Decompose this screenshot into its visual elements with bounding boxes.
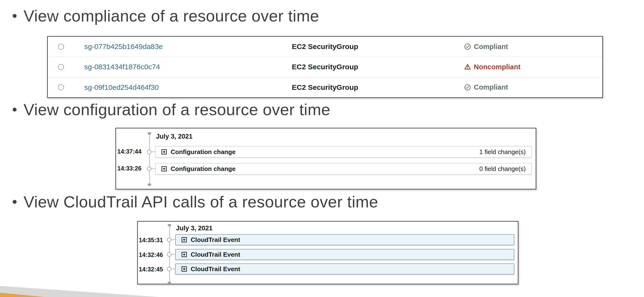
timeline-date: July 3, 2021 [156,133,192,140]
configuration-change-event[interactable]: Configuration change 1 field change(s) [155,146,532,158]
event-time: 14:33:26 [117,165,140,172]
bullet-icon: • [12,192,18,211]
timeline-connector [172,268,175,269]
resource-id-link[interactable]: sg-09f10ed254d464f30 [84,83,292,92]
compliance-table: sg-077b425b1649da83e EC2 SecurityGroup C… [47,36,603,98]
bullet-icon: • [12,6,18,25]
timeline-node-icon [167,267,172,271]
event-label: CloudTrail Event [191,236,240,244]
timeline-date: July 3, 2021 [176,224,213,232]
cloudtrail-event[interactable]: CloudTrail Event [175,234,514,245]
status-badge: Compliant [464,43,508,51]
status-badge: Noncompliant [464,63,520,71]
title-text: View compliance of a resource over time [24,6,319,25]
event-detail: 0 field change(s) [480,165,526,173]
title-text: View CloudTrail API calls of a resource … [24,192,378,211]
plus-square-icon [181,252,187,258]
cloudtrail-event[interactable]: CloudTrail Event [175,264,514,274]
timeline-connector [151,168,155,169]
slide: • View compliance of a resource over tim… [0,0,644,297]
event-time: 14:32:45 [139,266,162,273]
timeline-endpoint-icon [148,184,151,186]
configuration-timeline: July 3, 2021 14:37:44 Configuration chan… [116,128,536,190]
timeline-endpoint-icon [168,224,171,226]
event-time: 14:35:31 [139,237,162,244]
bullet-title-compliance: • View compliance of a resource over tim… [12,6,319,25]
resource-id-link[interactable]: sg-0831434f1876c0c74 [84,63,292,71]
table-row: sg-077b425b1649da83e EC2 SecurityGroup C… [48,37,602,56]
bullet-title-cloudtrail: • View CloudTrail API calls of a resourc… [12,192,378,211]
table-row: sg-0831434f1876c0c74 EC2 SecurityGroup N… [48,56,602,77]
bullet-title-configuration: • View configuration of a resource over … [12,100,330,119]
radio-icon[interactable] [58,44,64,50]
check-circle-icon [464,43,471,50]
event-detail: 1 field change(s) [480,148,526,156]
plus-square-icon [161,149,167,155]
timeline-connector [172,254,175,255]
plus-square-icon [161,166,167,172]
bullet-icon: • [12,100,18,119]
event-label: CloudTrail Event [191,265,240,273]
timeline-connector [172,239,175,240]
timeline-connector [151,152,155,152]
resource-type-label: EC2 SecurityGroup [292,42,464,51]
plus-square-icon [181,266,187,272]
resource-id-link[interactable]: sg-077b425b1649da83e [84,42,292,51]
timeline-line [149,133,150,186]
check-circle-icon [464,84,471,91]
event-time: 14:37:44 [117,148,140,155]
event-time: 14:32:46 [139,251,162,258]
timeline-endpoint-icon [148,132,151,134]
cloudtrail-timeline: July 3, 2021 14:35:31 CloudTrail Event 1… [137,221,518,284]
timeline-node-icon [167,238,172,242]
resource-type-label: EC2 SecurityGroup [292,83,464,92]
radio-icon[interactable] [58,64,64,70]
cloudtrail-event[interactable]: CloudTrail Event [175,249,514,260]
timeline-node-icon [147,166,151,171]
status-badge: Compliant [464,83,508,91]
radio-icon[interactable] [58,84,64,90]
timeline-node-icon [147,150,151,154]
title-text: View configuration of a resource over ti… [24,100,330,119]
timeline-node-icon [167,252,172,257]
resource-type-label: EC2 SecurityGroup [292,63,464,71]
configuration-change-event[interactable]: Configuration change 0 field change(s) [155,163,532,174]
event-label: Configuration change [171,165,236,173]
plus-square-icon [181,237,187,243]
warning-triangle-icon [464,63,471,70]
timeline-endpoint-icon [168,282,171,284]
event-label: CloudTrail Event [191,251,240,258]
table-row: sg-09f10ed254d464f30 EC2 SecurityGroup C… [48,77,602,97]
event-label: Configuration change [171,148,236,156]
